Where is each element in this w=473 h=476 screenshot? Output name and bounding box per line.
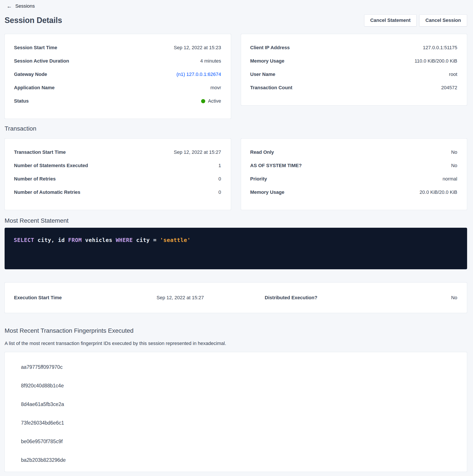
execution-details-grid: Execution Start Time Sep 12, 2022 at 15:… [14, 295, 457, 301]
sql-table: vehicles [82, 237, 116, 243]
distributed-execution-label: Distributed Execution? [236, 295, 346, 301]
application-name-label: Application Name [14, 85, 55, 91]
fingerprints-card: aa79775ff097970c 8f920c40d88b1c4e 8d4ae6… [5, 352, 467, 472]
as-of-system-time-value: No [451, 163, 457, 169]
client-ip-label: Client IP Address [250, 45, 290, 51]
fingerprint-item: be06e9570f785c9f [21, 432, 457, 451]
client-ip-value: 127.0.0.1:51175 [423, 45, 457, 51]
transaction-count-label: Transaction Count [250, 85, 293, 91]
client-ip-row: Client IP Address 127.0.0.1:51175 [250, 45, 457, 51]
client-info-card: Client IP Address 127.0.0.1:51175 Memory… [241, 34, 467, 105]
session-summary-row: Session Start Time Sep 12, 2022 at 15:23… [5, 34, 467, 119]
retries-value: 0 [218, 176, 221, 182]
application-name-row: Application Name movr [14, 85, 221, 91]
statements-executed-label: Number of Statements Executed [14, 163, 88, 169]
fingerprint-item: 8d4ae61a5fb3ce2a [21, 395, 457, 414]
user-name-value: root [449, 71, 457, 77]
gateway-node-row: Gateway Node (n1) 127.0.0.1:62674 [14, 71, 221, 77]
status-row: Status Active [14, 98, 221, 104]
transaction-info-card: Transaction Start Time Sep 12, 2022 at 1… [5, 138, 231, 210]
transaction-count-row: Transaction Count 204572 [250, 85, 457, 91]
user-name-label: User Name [250, 71, 276, 77]
session-active-duration-row: Session Active Duration 4 minutes [14, 58, 221, 64]
statements-executed-value: 1 [218, 163, 221, 169]
sql-condition: city = [133, 237, 160, 243]
transaction-memory-usage-row: Memory Usage 20.0 KiB/20.0 KiB [250, 189, 457, 195]
session-active-duration-value: 4 minutes [200, 58, 221, 64]
sql-string-literal: 'seattle' [160, 237, 191, 243]
as-of-system-time-label: AS OF SYSTEM TIME? [250, 163, 302, 169]
transaction-props-card: Read Only No AS OF SYSTEM TIME? No Prior… [241, 138, 467, 210]
distributed-execution-value: No [346, 295, 457, 301]
transaction-start-time-value: Sep 12, 2022 at 15:27 [174, 149, 221, 155]
page-title: Session Details [5, 16, 62, 25]
cancel-session-button[interactable]: Cancel Session [419, 15, 467, 26]
fingerprint-item: aa79775ff097970c [21, 358, 457, 376]
execution-start-time-value: Sep 12, 2022 at 15:27 [125, 295, 236, 301]
status-active-text: Active [208, 98, 221, 104]
session-start-time-row: Session Start Time Sep 12, 2022 at 15:23 [14, 45, 221, 51]
user-name-row: User Name root [250, 71, 457, 77]
sql-keyword-where: WHERE [116, 237, 133, 243]
application-name-value: movr [211, 85, 221, 91]
back-link-label: Sessions [15, 3, 35, 9]
read-only-label: Read Only [250, 149, 274, 155]
automatic-retries-value: 0 [218, 189, 221, 195]
sql-keyword-from: FROM [68, 237, 82, 243]
action-buttons: Cancel Statement Cancel Session [364, 15, 467, 26]
session-memory-usage-row: Memory Usage 110.0 KiB/200.0 KiB [250, 58, 457, 64]
transaction-start-time-row: Transaction Start Time Sep 12, 2022 at 1… [14, 149, 221, 155]
sql-keyword-select: SELECT [14, 237, 34, 243]
transaction-cards-row: Transaction Start Time Sep 12, 2022 at 1… [5, 138, 467, 210]
session-memory-usage-value: 110.0 KiB/200.0 KiB [415, 58, 457, 64]
back-to-sessions-link[interactable]: ← Sessions [5, 3, 35, 9]
sql-statement-code: SELECT city, id FROM vehicles WHERE city… [14, 237, 458, 243]
read-only-row: Read Only No [250, 149, 457, 155]
read-only-value: No [451, 149, 457, 155]
execution-start-time-label: Execution Start Time [14, 295, 125, 301]
fingerprint-item: 73fe26034bd6e6c1 [21, 414, 457, 432]
session-info-card: Session Start Time Sep 12, 2022 at 15:23… [5, 34, 231, 119]
transaction-count-value: 204572 [441, 85, 457, 91]
back-arrow-icon: ← [7, 3, 12, 9]
title-row: Session Details Cancel Statement Cancel … [5, 14, 467, 27]
sql-columns: city, id [34, 237, 68, 243]
transaction-memory-usage-label: Memory Usage [250, 189, 285, 195]
fingerprint-item: 8f920c40d88b1c4e [21, 376, 457, 395]
statements-executed-row: Number of Statements Executed 1 [14, 163, 221, 169]
as-of-system-time-row: AS OF SYSTEM TIME? No [250, 163, 457, 169]
session-details-page: ← Sessions Session Details Cancel Statem… [0, 0, 473, 472]
gateway-node-link[interactable]: (n1) 127.0.0.1:62674 [176, 71, 221, 77]
session-active-duration-label: Session Active Duration [14, 58, 69, 64]
automatic-retries-label: Number of Automatic Retries [14, 189, 81, 195]
transaction-start-time-label: Transaction Start Time [14, 149, 66, 155]
fingerprint-item: ba2b203b823296de [21, 451, 457, 469]
retries-label: Number of Retries [14, 176, 56, 182]
sql-statement-box: SELECT city, id FROM vehicles WHERE city… [5, 228, 467, 269]
back-row: ← Sessions [5, 3, 467, 10]
transaction-memory-usage-value: 20.0 KiB/20.0 KiB [420, 189, 457, 195]
session-memory-usage-label: Memory Usage [250, 58, 285, 64]
fingerprints-subtitle: A list of the most recent transaction fi… [5, 340, 467, 346]
session-start-time-value: Sep 12, 2022 at 15:23 [174, 45, 221, 51]
automatic-retries-row: Number of Automatic Retries 0 [14, 189, 221, 195]
priority-row: Priority normal [250, 176, 457, 182]
status-active-dot-icon [201, 99, 205, 103]
status-value: Active [201, 98, 221, 104]
priority-label: Priority [250, 176, 267, 182]
statement-section-heading: Most Recent Statement [5, 217, 467, 224]
status-label: Status [14, 98, 29, 104]
execution-details-card: Execution Start Time Sep 12, 2022 at 15:… [5, 282, 467, 313]
priority-value: normal [443, 176, 457, 182]
transaction-section-heading: Transaction [5, 125, 467, 132]
session-start-time-label: Session Start Time [14, 45, 57, 51]
fingerprints-section-heading: Most Recent Transaction Fingerprints Exe… [5, 327, 467, 335]
retries-row: Number of Retries 0 [14, 176, 221, 182]
gateway-node-label: Gateway Node [14, 71, 47, 77]
cancel-statement-button[interactable]: Cancel Statement [364, 15, 417, 26]
